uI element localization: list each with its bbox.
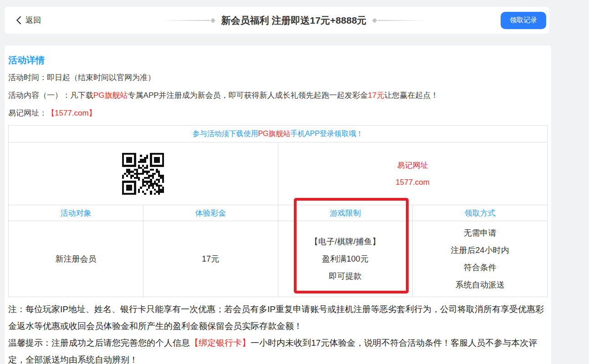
text-line: 注册后24小时内: [413, 242, 547, 259]
bind-card-highlight-text: 【绑定银行卡】: [190, 338, 251, 348]
text-segment: 手机APP登录领取哦！: [291, 130, 364, 137]
activity-detail-card: 活动详情 活动时间：即日起（结束时间以官网为准） 活动内容（一）：凡下载PG旗舰…: [5, 46, 551, 364]
cell-claim-method: 无需申请 注册后24小时内 符合条件 系统自动派送: [413, 221, 548, 297]
text-line: 符合条件: [413, 259, 547, 276]
text-line: 系统自动派送: [413, 276, 547, 293]
table-qr-row: 易记网址 1577.com: [9, 142, 548, 205]
table-data-row: 新注册会员 17元 【电子/棋牌/捕鱼】 盈利满100元 即可提款 无需申请 注…: [9, 221, 548, 297]
bonus-amount-text: 17元: [368, 91, 384, 100]
column-header-game-limit: 游戏限制: [278, 205, 413, 221]
header-bar: 返回 新会员福利 注册即送17元+8888元 领取记录: [5, 7, 549, 34]
text-segment: 专属APP并注册成为新会员，即可获得新人成长礼领先起跑一起发彩金: [128, 91, 368, 100]
text-line: 【电子/棋牌/捕鱼】: [278, 233, 413, 250]
page-title-group: 新会员福利 注册即送17元+8888元: [159, 14, 428, 27]
text-line: 盈利满100元: [278, 250, 413, 268]
brand-text: PG旗舰站: [258, 130, 290, 137]
activity-content-line: 活动内容（一）：凡下载PG旗舰站专属APP并注册成为新会员，即可获得新人成长礼领…: [8, 90, 548, 101]
column-header-claim-method: 领取方式: [413, 205, 548, 221]
brand-text: PG旗舰站: [93, 91, 128, 100]
activity-time-line: 活动时间：即日起（结束时间以官网为准）: [8, 72, 548, 83]
text-segment: 易记网址：: [8, 109, 47, 117]
back-button[interactable]: 返回: [16, 15, 41, 25]
text-segment: 让您赢在起点！: [384, 91, 439, 100]
text-segment: 活动时间：即日起（结束时间以官网为准）: [8, 73, 155, 82]
diamond-icon: [372, 18, 377, 23]
claim-records-button[interactable]: 领取记录: [501, 12, 546, 29]
easy-url-label: 易记网址: [278, 157, 548, 174]
promo-table-wrap: 参与活动须下载使用PG旗舰站手机APP登录领取哦！ 易记网址 1577.com …: [8, 125, 548, 297]
easy-url-line: 易记网址：【1577.com】: [8, 108, 548, 119]
table-notice-row: 参与活动须下载使用PG旗舰站手机APP登录领取哦！: [9, 126, 548, 142]
table-header-row: 活动对象 体验彩金 游戏限制 领取方式: [9, 205, 548, 221]
text-segment: 活动内容（一）：凡下载: [8, 91, 93, 100]
promo-table: 参与活动须下载使用PG旗舰站手机APP登录领取哦！ 易记网址 1577.com …: [8, 125, 548, 297]
text-segment: 参与活动须下载使用: [192, 130, 258, 137]
column-header-audience: 活动对象: [9, 205, 143, 221]
text-segment: 温馨提示：注册成功之后请您完善您的个人信息: [8, 338, 190, 348]
ornament-line: [378, 20, 428, 21]
page-title: 新会员福利 注册即送17元+8888元: [221, 14, 366, 27]
cell-bonus: 17元: [143, 221, 278, 297]
cell-audience: 新注册会员: [9, 221, 143, 297]
ornament-line: [159, 20, 210, 21]
section-title: 活动详情: [8, 55, 548, 66]
text-segment: 注：每位玩家IP地址、姓名、银行卡只能享有一次优惠；若会员有多IP重复申请账号或…: [8, 304, 544, 331]
diamond-icon: [210, 18, 215, 23]
text-line: 无需申请: [413, 224, 547, 242]
title-left-ornament: [159, 19, 215, 22]
back-label: 返回: [26, 15, 41, 25]
qr-cell: [9, 142, 278, 205]
column-header-bonus: 体验彩金: [143, 205, 278, 221]
title-right-ornament: [373, 19, 428, 22]
cell-game-limit: 【电子/棋牌/捕鱼】 盈利满100元 即可提款: [278, 221, 413, 297]
tip-paragraph: 温馨提示：注册成功之后请您完善您的个人信息【绑定银行卡】一小时内未收到17元体验…: [8, 334, 548, 364]
easy-url-cell: 易记网址 1577.com: [278, 142, 548, 205]
easy-url-value: 【1577.com】: [47, 109, 97, 117]
notice-cell: 参与活动须下载使用PG旗舰站手机APP登录领取哦！: [9, 126, 548, 142]
qr-code: [122, 153, 164, 195]
chevron-left-icon: [16, 16, 21, 25]
easy-url-domain: 1577.com: [278, 174, 548, 191]
note-paragraph: 注：每位玩家IP地址、姓名、银行卡只能享有一次优惠；若会员有多IP重复申请账号或…: [8, 301, 548, 334]
text-line: 即可提款: [278, 268, 413, 285]
